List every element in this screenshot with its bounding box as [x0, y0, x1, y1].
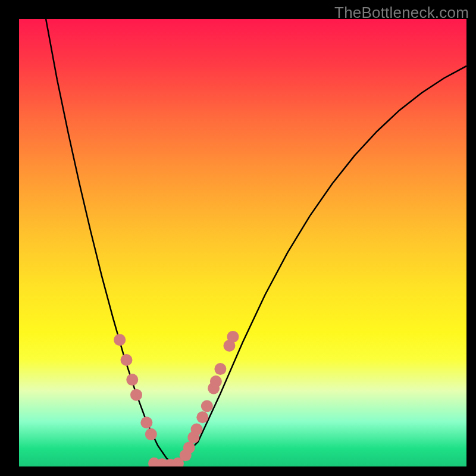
- markers-group: [114, 331, 239, 466]
- marker-dot: [227, 331, 239, 343]
- marker-dot: [140, 416, 152, 428]
- marker-dot: [130, 389, 142, 401]
- marker-dot: [114, 334, 126, 346]
- marker-dot: [126, 374, 138, 386]
- marker-dot: [183, 441, 195, 453]
- marker-dot: [210, 375, 222, 387]
- marker-dot: [201, 400, 213, 412]
- marker-dot: [196, 411, 208, 423]
- marker-dot: [120, 354, 132, 366]
- plot-area: [19, 19, 466, 466]
- main-curve: [46, 19, 466, 464]
- marker-dot: [145, 428, 157, 440]
- chart-frame: TheBottleneck.com: [0, 0, 476, 476]
- marker-dot: [214, 363, 226, 375]
- curve-svg: [19, 19, 466, 466]
- marker-dot: [191, 424, 203, 436]
- watermark-text: TheBottleneck.com: [334, 4, 469, 22]
